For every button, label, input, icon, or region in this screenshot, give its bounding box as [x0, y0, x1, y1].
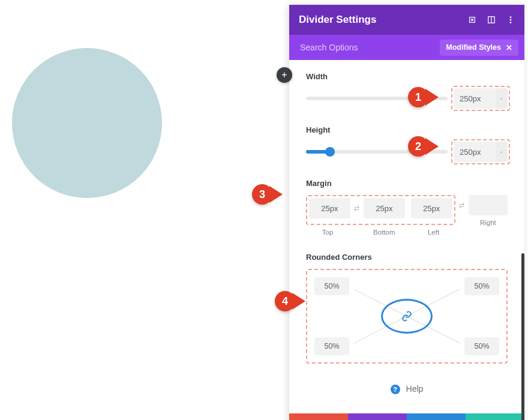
callout-3: 3: [252, 184, 283, 205]
corner-tl-input[interactable]: 50%: [314, 277, 349, 295]
margin-left-label: Left: [412, 229, 455, 236]
callout-4: 4: [275, 291, 305, 311]
panel-title: Divider Settings: [299, 14, 468, 26]
corner-br-input[interactable]: 50%: [464, 337, 499, 355]
link-corners-toggle[interactable]: [381, 299, 433, 334]
callout-2: 2: [408, 136, 439, 157]
margin-left-input[interactable]: 25px: [411, 198, 452, 218]
redo-button[interactable]: [407, 413, 466, 420]
preview-divider-circle: [12, 48, 162, 198]
margin-top-input[interactable]: 25px: [309, 198, 350, 218]
svg-point-5: [510, 19, 512, 21]
unit-toggle-icon[interactable]: ▪: [496, 142, 508, 162]
help-label[interactable]: Help: [406, 384, 424, 394]
undo-button[interactable]: [348, 413, 407, 420]
cancel-button[interactable]: [289, 413, 348, 420]
expand-icon[interactable]: [468, 16, 476, 24]
add-module-button[interactable]: +: [277, 67, 292, 83]
save-button[interactable]: [466, 413, 524, 420]
panel-header: Divider Settings: [289, 5, 524, 35]
height-label: Height: [306, 125, 508, 134]
height-value-input[interactable]: 250px ▪: [454, 142, 508, 162]
filter-chip-label: Modified Styles: [446, 43, 501, 52]
slider-thumb[interactable]: [325, 147, 335, 157]
scrollbar[interactable]: [521, 253, 524, 420]
margin-bottom-input[interactable]: 25px: [364, 198, 405, 218]
svg-point-4: [510, 16, 512, 18]
margin-right-label: Right: [469, 219, 508, 226]
divider-settings-panel: Divider Settings Modified Styles ✕ Width: [289, 5, 524, 420]
unit-toggle-icon[interactable]: ▪: [496, 88, 508, 109]
filter-chip-modified-styles[interactable]: Modified Styles ✕: [440, 40, 518, 56]
help-icon[interactable]: ?: [391, 385, 400, 394]
rounded-corners-label: Rounded Corners: [306, 253, 508, 262]
close-icon[interactable]: ✕: [506, 43, 512, 52]
corner-bl-input[interactable]: 50%: [314, 337, 349, 355]
corner-tr-input[interactable]: 50%: [464, 277, 499, 295]
width-label: Width: [306, 72, 508, 81]
search-row: Modified Styles ✕: [289, 35, 524, 60]
more-icon[interactable]: [506, 16, 515, 24]
margin-bottom-label: Bottom: [362, 229, 406, 236]
snap-icon[interactable]: [487, 16, 496, 24]
margin-top-label: Top: [306, 229, 349, 236]
link-icon: [401, 311, 412, 322]
panel-footer: [289, 413, 524, 420]
margin-right-input[interactable]: [469, 195, 508, 215]
search-input[interactable]: [300, 43, 440, 52]
svg-rect-1: [471, 19, 473, 21]
svg-point-6: [510, 22, 512, 23]
panel-body: Width 250px ▪ Height 250px ▪: [289, 60, 524, 413]
link-icon[interactable]: ⇄: [350, 198, 364, 218]
rounded-corners-control: 50% 50% 50% 50%: [306, 269, 508, 364]
margin-label: Margin: [306, 179, 508, 188]
callout-1: 1: [408, 87, 439, 107]
width-value-input[interactable]: 250px ▪: [454, 88, 508, 109]
link-icon[interactable]: ⇄: [455, 195, 469, 215]
